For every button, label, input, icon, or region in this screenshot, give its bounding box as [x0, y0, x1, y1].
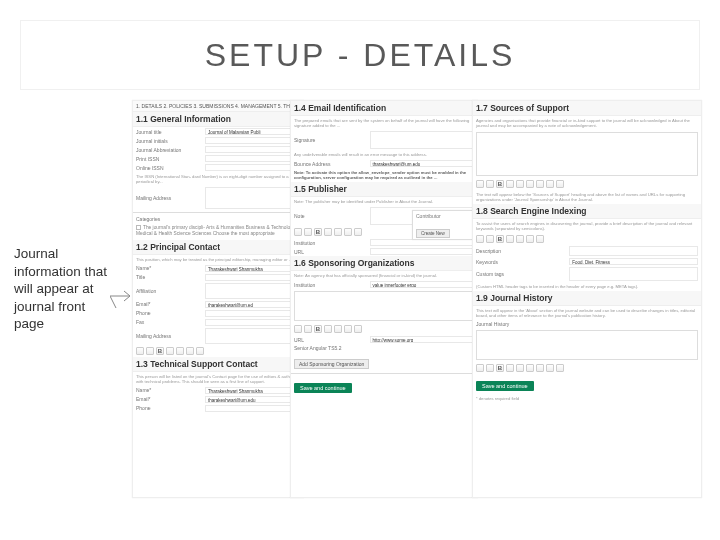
input-pub-url[interactable] — [370, 248, 474, 255]
toolbar-icon[interactable] — [294, 325, 302, 333]
toolbar-icon[interactable] — [516, 180, 524, 188]
toolbar-icon[interactable] — [556, 180, 564, 188]
input-tsc-email[interactable]: tharakeshwari@um.edu — [205, 396, 300, 403]
input-pc-name[interactable]: Tharakeshwari Shanmukha — [205, 265, 300, 272]
categories-list[interactable]: The journal's primary discipli- Arts & H… — [133, 223, 303, 239]
save-continue-button[interactable]: Save and continue — [294, 383, 352, 393]
input-pc-email[interactable]: tharakeshwari@um.ed — [205, 301, 300, 308]
input-journal-abbrev[interactable] — [205, 146, 300, 153]
editor-toolbar[interactable]: B — [133, 345, 303, 357]
toolbar-icon[interactable] — [506, 235, 514, 243]
toolbar-icon[interactable] — [304, 325, 312, 333]
toolbar-icon[interactable] — [516, 364, 524, 372]
toolbar-icon[interactable] — [526, 364, 534, 372]
issn-note: The ISSN (International Stan- dard Numbe… — [133, 172, 303, 186]
row-print-issn: Print ISSN — [133, 154, 303, 163]
toolbar-icon[interactable] — [526, 235, 534, 243]
toolbar-icon[interactable] — [344, 325, 352, 333]
input-journal-title[interactable]: Journal of Malaysian Publi — [205, 128, 300, 135]
toolbar-icon[interactable] — [536, 364, 544, 372]
editor-toolbar[interactable]: B — [473, 178, 701, 190]
row-pc-affiliation: Affiliation — [133, 282, 303, 300]
toolbar-icon[interactable] — [536, 235, 544, 243]
input-sponsor-url[interactable]: http://www.some.org — [370, 336, 474, 343]
input-mailing-address[interactable] — [205, 187, 300, 209]
toolbar-icon[interactable] — [294, 228, 302, 236]
input-tsc-name[interactable]: Tharakeshwari Shanmukha — [205, 387, 300, 394]
toolbar-icon[interactable] — [304, 228, 312, 236]
toolbar-icon[interactable] — [354, 228, 362, 236]
toolbar-icon[interactable] — [344, 228, 352, 236]
input-sponsor-inst[interactable]: value innerfooter ergo — [370, 281, 474, 288]
toolbar-icon[interactable] — [146, 347, 154, 355]
input-pc-title[interactable] — [205, 274, 300, 281]
input-custom-tags[interactable] — [569, 267, 698, 281]
input-pc-fax[interactable] — [205, 319, 300, 326]
pane-col1: 1. DETAILS 2. POLICIES 3. SUBMISSIONS 4.… — [132, 100, 304, 498]
editor-toolbar[interactable]: B — [291, 323, 477, 335]
save-continue-button[interactable]: Save and continue — [476, 381, 534, 391]
editor-toolbar[interactable]: B — [473, 233, 701, 245]
bold-icon[interactable]: B — [314, 325, 322, 333]
input-se-description[interactable] — [569, 246, 698, 256]
heading-1-9: 1.9 Journal History — [473, 291, 701, 306]
input-signature[interactable] — [370, 131, 474, 149]
input-pc-affiliation[interactable] — [205, 283, 300, 299]
row-tsc-email: Email*tharakeshwari@um.edu — [133, 395, 303, 404]
institution-label: Institution — [294, 240, 370, 246]
toolbar-icon[interactable] — [334, 325, 342, 333]
editor-toolbar[interactable]: B — [473, 362, 701, 374]
toolbar-icon[interactable] — [536, 180, 544, 188]
row-pc-title: Title — [133, 273, 303, 282]
note-textarea[interactable] — [294, 291, 474, 321]
toolbar-icon[interactable] — [546, 364, 554, 372]
input-institution[interactable] — [370, 239, 474, 246]
desc-1-9: This text will appear in the 'About' sec… — [473, 306, 701, 320]
italic-icon[interactable] — [506, 180, 514, 188]
bold-icon[interactable]: B — [314, 228, 322, 236]
input-pc-addr[interactable] — [205, 328, 300, 344]
checkbox-icon[interactable] — [136, 225, 141, 230]
input-bounce[interactable]: tharakeshwari@um.edu — [370, 160, 474, 167]
activate-note: Note: To activate this option the allow_… — [291, 168, 477, 182]
bold-icon[interactable]: B — [496, 235, 504, 243]
toolbar-icon[interactable] — [486, 235, 494, 243]
bold-icon[interactable]: B — [496, 180, 504, 188]
toolbar-icon[interactable] — [354, 325, 362, 333]
toolbar-icon[interactable] — [186, 347, 194, 355]
bold-icon[interactable]: B — [496, 364, 504, 372]
input-online-issn[interactable] — [205, 164, 300, 171]
signature-label: Signature — [294, 137, 370, 143]
toolbar-icon[interactable] — [476, 180, 484, 188]
toolbar-icon[interactable] — [324, 228, 332, 236]
input-journal-initials[interactable] — [205, 137, 300, 144]
toolbar-icon[interactable] — [196, 347, 204, 355]
toolbar-icon[interactable] — [486, 180, 494, 188]
input-print-issn[interactable] — [205, 155, 300, 162]
desc-1-5: Note: The publisher may be identified un… — [291, 197, 477, 206]
journal-history-textarea[interactable] — [476, 330, 698, 360]
input-tsc-phone[interactable] — [205, 405, 300, 412]
toolbar-icon[interactable] — [176, 347, 184, 355]
toolbar-icon[interactable] — [526, 180, 534, 188]
bold-icon[interactable]: B — [156, 347, 164, 355]
add-sponsor-button[interactable]: Add Sponsoring Organization — [294, 359, 369, 369]
input-keywords[interactable]: Food, Diet, Fitness — [569, 258, 698, 265]
toolbar-icon[interactable] — [506, 364, 514, 372]
toolbar-icon[interactable] — [516, 235, 524, 243]
toolbar-icon[interactable] — [556, 364, 564, 372]
contributor-label: Contributor — [413, 211, 475, 221]
toolbar-icon[interactable] — [334, 228, 342, 236]
italic-icon[interactable] — [166, 347, 174, 355]
note-textarea-17[interactable] — [476, 132, 698, 176]
toolbar-icon[interactable] — [486, 364, 494, 372]
toolbar-icon[interactable] — [324, 325, 332, 333]
desc-1-7: Agencies and organisations that provide … — [473, 116, 701, 130]
input-pc-phone[interactable] — [205, 310, 300, 317]
create-new-button[interactable]: Create New — [416, 229, 450, 238]
toolbar-icon[interactable] — [546, 180, 554, 188]
tabs-row[interactable]: 1. DETAILS 2. POLICIES 3. SUBMISSIONS 4.… — [133, 101, 303, 112]
toolbar-icon[interactable] — [476, 364, 484, 372]
toolbar-icon[interactable] — [136, 347, 144, 355]
toolbar-icon[interactable] — [476, 235, 484, 243]
